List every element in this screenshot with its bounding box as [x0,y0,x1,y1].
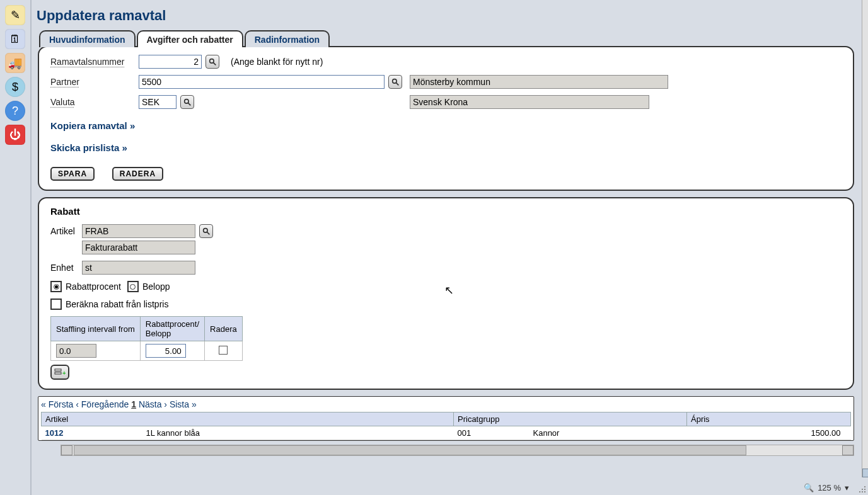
nav-icon-power[interactable]: ⏻ [5,125,25,145]
svg-point-6 [203,228,207,232]
nav-icon-money[interactable]: $ [5,77,25,97]
zoom-value: 125 % [818,483,841,492]
pager-first[interactable]: « Första [41,399,73,409]
label-artikel: Artikel [50,226,82,236]
pager-current: 1 [131,399,136,409]
pager-next[interactable]: Nästa › [139,399,167,409]
status-bar: 🔍 125 % ▾ [804,483,849,492]
cell-artikel-desc: 1L kannor blåa [142,426,454,440]
lookup-artikel-icon[interactable] [199,224,213,238]
cell-apris: 1500.00 [687,426,851,440]
svg-line-1 [213,62,216,65]
readonly-artikel-name: Fakturarabatt [82,241,195,254]
svg-line-3 [396,82,398,85]
cell-artikel-id[interactable]: 1012 [42,426,142,440]
tab-huvudinformation[interactable]: Huvudinformation [39,30,136,47]
zoom-icon[interactable]: 🔍 [804,483,814,492]
svg-point-0 [209,59,214,63]
radio-belopp[interactable] [127,281,139,292]
vertical-scrollbar[interactable] [862,0,868,477]
tab-radinformation[interactable]: Radinformation [245,30,330,47]
col-apris[interactable]: Ápris [687,412,851,426]
readonly-enhet: st [82,261,195,275]
radio-rabattprocent[interactable] [50,281,62,292]
input-ramavtalsnummer[interactable] [139,55,202,69]
svg-text:+: + [62,370,66,377]
col-pricatgrupp[interactable]: Pricatgrupp [454,412,687,426]
link-kopiera-ramavtal[interactable]: Kopiera ramavtal » [50,120,135,131]
lookup-partner-icon[interactable] [388,75,402,89]
zoom-dropdown-icon[interactable]: ▾ [845,483,849,492]
scroll-left-icon[interactable] [61,445,72,455]
lookup-valuta-icon[interactable] [180,95,194,109]
button-spara[interactable]: SPARA [50,167,95,181]
nav-icon-edit[interactable]: ✎ [5,5,25,25]
cell-radera-checkbox[interactable] [219,346,228,355]
label-partner: Partner [50,77,139,87]
cell-staffling-from[interactable] [56,344,96,358]
panel-grid: « Första ‹ Föregående 1 Nästa › Sista » … [38,396,854,441]
table-row[interactable]: 1012 1L kannor blåa 001 Kannor 1500.00 [42,426,851,440]
tabs: Huvudinformation Avgifter och rabatter R… [39,30,862,47]
pager-last[interactable]: Sista » [170,399,197,409]
table-staffling: Staffling intervall from Rabattprocent/ … [50,316,243,361]
cell-pricat-code: 001 [454,426,529,440]
link-skicka-prislista[interactable]: Skicka prislista » [50,142,127,153]
svg-point-4 [184,99,188,103]
lookup-ramavtal-icon[interactable] [205,55,219,69]
readonly-partner-name: Mönsterby kommun [410,75,668,89]
input-partner[interactable] [139,75,385,89]
label-listpris: Beräkna rabatt från listpris [66,299,168,309]
checkbox-listpris[interactable] [50,299,62,310]
readonly-valuta-name: Svensk Krona [410,95,649,109]
pager-prev[interactable]: ‹ Föregående [76,399,129,409]
section-title-rabatt: Rabatt [50,206,842,217]
scroll-down-icon[interactable] [862,469,868,477]
button-radera[interactable]: RADERA [112,167,163,181]
svg-line-7 [207,232,209,234]
col-rabatt-belopp: Rabattprocent/ Belopp [140,317,204,341]
resize-grip-icon[interactable] [858,485,867,494]
horizontal-scrollbar[interactable] [61,445,854,456]
label-enhet: Enhet [50,263,82,273]
scroll-right-icon[interactable] [842,445,854,455]
hint-ramavtal: (Ange blankt för nytt nr) [231,57,323,67]
col-radera: Radera [205,317,243,341]
sidebar-nav: ✎ 🗓 🚚 $ ? ⏻ [0,0,32,495]
col-artikel[interactable]: Artikel [42,412,454,426]
nav-icon-help[interactable]: ? [5,101,25,121]
svg-rect-9 [55,372,61,374]
label-rabattprocent: Rabattprocent [66,282,121,292]
panel-rabatt: Rabatt Artikel FRAB Fakturarabatt Enhet … [38,197,854,390]
label-ramavtalsnummer: Ramavtalsnummer [50,57,139,67]
svg-point-2 [392,79,396,83]
col-staffling-from: Staffling intervall from [51,317,141,341]
button-add-row[interactable]: + [50,365,69,380]
nav-icon-truck[interactable]: 🚚 [5,53,25,73]
page-title: Uppdatera ramavtal [32,0,862,30]
pager: « Första ‹ Föregående 1 Nästa › Sista » [41,399,851,409]
svg-line-5 [188,103,190,105]
svg-rect-8 [55,369,61,371]
label-belopp: Belopp [142,282,170,292]
nav-icon-calendar[interactable]: 🗓 [5,29,25,49]
tab-avgifter-rabatter[interactable]: Avgifter och rabatter [137,30,243,47]
grid-table: Artikel Pricatgrupp Ápris 1012 1L kannor… [41,412,851,440]
panel-main: Ramavtalsnummer (Ange blankt för nytt nr… [38,46,854,191]
scroll-thumb[interactable] [74,445,746,455]
input-valuta[interactable] [139,95,176,109]
label-valuta: Valuta [50,97,139,107]
readonly-artikel-value: FRAB [82,224,195,238]
cell-rabatt-percent[interactable] [146,344,186,358]
cell-pricat-name: Kannor [529,426,687,440]
